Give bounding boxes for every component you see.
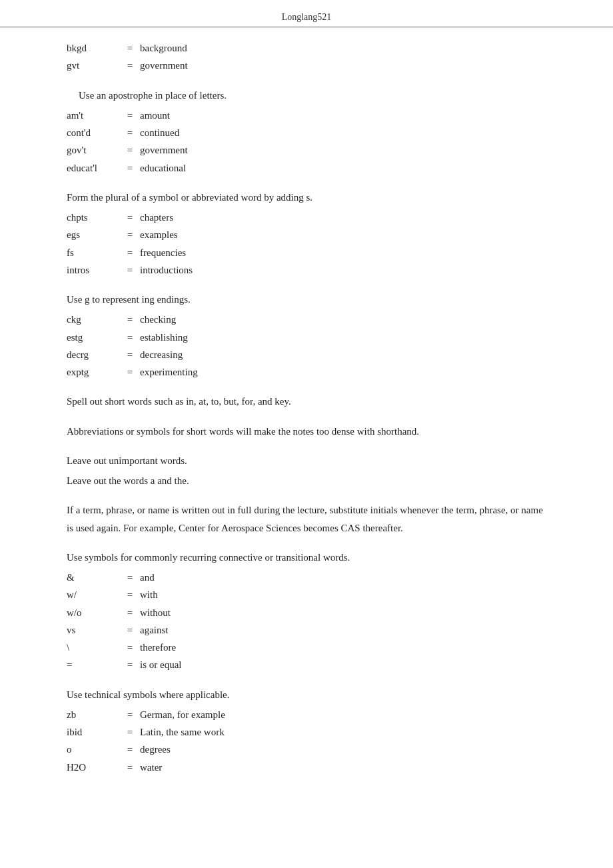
abbr-def-ampersand: and [140, 569, 546, 586]
section-basic-abbr: bkgd = background gvt = government [67, 39, 546, 75]
abbr-term-zb: zb [67, 706, 120, 723]
abbr-row-decrg: decrg = decreasing [67, 346, 546, 363]
abbr-eq-equal: = [120, 656, 140, 673]
leave-out-2-text: Leave out the words a and the. [67, 472, 546, 489]
ing-intro: Use g to represent ing endings. [67, 291, 546, 308]
abbr-row-amt: am't = amount [67, 107, 546, 124]
main-content: bkgd = background gvt = government Use a… [0, 39, 613, 815]
abbr-term-h2o: H2O [67, 759, 120, 776]
abbr-eq-without: = [120, 604, 140, 621]
abbr-eq-zb: = [120, 706, 140, 723]
dense-warning-text: Abbreviations or symbols for short words… [67, 423, 546, 440]
abbr-def-gvt: government [140, 57, 546, 74]
abbr-row-bkgd: bkgd = background [67, 39, 546, 57]
abbr-term-without: w/o [67, 604, 120, 621]
abbr-def-vs: against [140, 621, 546, 639]
abbr-eq-decrg: = [120, 346, 140, 363]
abbr-term-estg: estg [67, 329, 120, 346]
abbr-term-govt: gov't [67, 141, 120, 159]
abbr-row-intros: intros = introductions [67, 261, 546, 279]
abbr-def-decrg: decreasing [140, 346, 546, 363]
abbr-def-therefore: therefore [140, 639, 546, 656]
abbr-def-estg: establishing [140, 329, 546, 346]
abbr-term-educatl: educat'l [67, 159, 120, 177]
abbr-eq-intros: = [120, 261, 140, 279]
page-title: Longlang521 [282, 12, 332, 22]
abbr-row-without: w/o = without [67, 604, 546, 621]
abbr-eq-estg: = [120, 329, 140, 346]
abbr-def-equal: is or equal [140, 656, 546, 673]
abbr-def-bkgd: background [140, 39, 546, 57]
abbr-def-h2o: water [140, 759, 546, 776]
abbr-eq-educatl: = [120, 159, 140, 177]
plural-intro: Form the plural of a symbol or abbreviat… [67, 189, 546, 206]
abbr-term-bkgd: bkgd [67, 39, 120, 57]
abbr-row-ampersand: & = and [67, 569, 546, 586]
abbr-row-fs: fs = frequencies [67, 244, 546, 261]
abbr-row-govt: gov't = government [67, 141, 546, 159]
abbr-row-degrees: o = degrees [67, 741, 546, 758]
abbr-eq-vs: = [120, 621, 140, 639]
abbr-term-exptg: exptg [67, 363, 120, 381]
section-apostrophe: Use an apostrophe in place of letters. a… [67, 87, 546, 177]
abbr-def-ckg: checking [140, 311, 546, 328]
abbr-term-ampersand: & [67, 569, 120, 586]
abbr-eq-degrees: = [120, 741, 140, 758]
initials-text: If a term, phrase, or name is written ou… [67, 501, 546, 537]
abbr-row-exptg: exptg = experimenting [67, 363, 546, 381]
leave-out-1-text: Leave out unimportant words. [67, 452, 546, 469]
abbr-def-amt: amount [140, 107, 546, 124]
abbr-eq-govt: = [120, 141, 140, 159]
abbr-eq-exptg: = [120, 363, 140, 381]
abbr-def-govt: government [140, 141, 546, 159]
abbr-def-chpts: chapters [140, 209, 546, 226]
abbr-row-chpts: chpts = chapters [67, 209, 546, 226]
abbr-eq-chpts: = [120, 209, 140, 226]
section-symbols: Use symbols for commonly recurring conne… [67, 549, 546, 674]
abbr-row-educatl: educat'l = educational [67, 159, 546, 177]
abbr-eq-with: = [120, 586, 140, 603]
abbr-row-ibid: ibid = Latin, the same work [67, 723, 546, 741]
abbr-term-therefore: \ [67, 639, 120, 656]
spell-out-text: Spell out short words such as in, at, to… [67, 393, 546, 410]
abbr-term-ibid: ibid [67, 723, 120, 741]
section-initials: If a term, phrase, or name is written ou… [67, 501, 546, 537]
abbr-def-educatl: educational [140, 159, 546, 177]
technical-intro: Use technical symbols where applicable. [67, 686, 546, 703]
abbr-def-exptg: experimenting [140, 363, 546, 381]
abbr-row-contd: cont'd = continued [67, 124, 546, 141]
abbr-eq-ampersand: = [120, 569, 140, 586]
abbr-row-egs: egs = examples [67, 226, 546, 243]
symbols-intro: Use symbols for commonly recurring conne… [67, 549, 546, 566]
section-dense-warning: Abbreviations or symbols for short words… [67, 423, 546, 440]
section-ing: Use g to represent ing endings. ckg = ch… [67, 291, 546, 381]
section-leave-out: Leave out unimportant words. Leave out t… [67, 452, 546, 490]
abbr-eq-h2o: = [120, 759, 140, 776]
abbr-row-vs: vs = against [67, 621, 546, 639]
abbr-eq-ckg: = [120, 311, 140, 328]
abbr-row-therefore: \ = therefore [67, 639, 546, 656]
abbr-term-with: w/ [67, 586, 120, 603]
abbr-term-equal: = [67, 656, 120, 673]
abbr-term-egs: egs [67, 226, 120, 243]
abbr-def-degrees: degrees [140, 741, 546, 758]
abbr-term-decrg: decrg [67, 346, 120, 363]
abbr-def-egs: examples [140, 226, 546, 243]
apostrophe-intro: Use an apostrophe in place of letters. [67, 87, 546, 104]
abbr-row-gvt: gvt = government [67, 57, 546, 74]
abbr-eq-egs: = [120, 226, 140, 243]
abbr-def-ibid: Latin, the same work [140, 723, 546, 741]
abbr-def-without: without [140, 604, 546, 621]
abbr-row-h2o: H2O = water [67, 759, 546, 776]
abbr-row-with: w/ = with [67, 586, 546, 603]
abbr-def-with: with [140, 586, 546, 603]
abbr-term-fs: fs [67, 244, 120, 261]
abbr-term-amt: am't [67, 107, 120, 124]
abbr-def-zb: German, for example [140, 706, 546, 723]
section-technical: Use technical symbols where applicable. … [67, 686, 546, 776]
abbr-row-zb: zb = German, for example [67, 706, 546, 723]
page-header: Longlang521 [0, 0, 613, 27]
section-spell-out: Spell out short words such as in, at, to… [67, 393, 546, 410]
abbr-row-estg: estg = establishing [67, 329, 546, 346]
abbr-eq-therefore: = [120, 639, 140, 656]
